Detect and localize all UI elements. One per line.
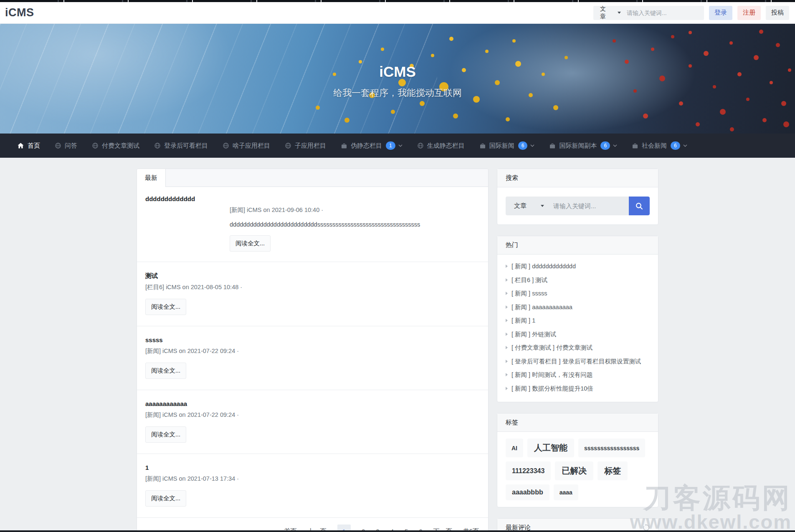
hot-item-text: [ 栏目6 ] 测试 [511, 273, 547, 287]
globe-icon [223, 143, 229, 149]
hot-list-item[interactable]: [ 新闻 ] 时间测试，有没有问题 [506, 368, 650, 382]
triangle-bullet-icon [506, 333, 508, 336]
nav-item-intl-news[interactable]: 国际新闻 6 [472, 134, 542, 158]
chevron-down-icon [613, 144, 617, 147]
hot-item-text: [ 新闻 ] 1 [511, 314, 535, 328]
sidebar-search-category-select[interactable]: 文章 [506, 202, 544, 210]
briefcase-icon [549, 143, 555, 149]
submit-post-button[interactable]: 投稿 [766, 6, 789, 20]
hot-list-item[interactable]: [ 新闻 ] 外链测试 [506, 328, 650, 341]
hot-list-item[interactable]: [ 新闻 ] aaaaaaaaaaaa [506, 300, 650, 314]
hot-item-text: [ 新闻 ] 外链测试 [511, 328, 556, 341]
read-more-button[interactable]: 阅读全文... [145, 363, 186, 379]
article-item: 测试 [栏目6] iCMS on 2021-08-05 10:48 · 阅读全文… [137, 262, 488, 326]
hot-list-item[interactable]: [ 登录后可看栏目 ] 登录后可看栏目权限设置测试 [506, 355, 650, 368]
search-category-select[interactable]: 文章 [600, 5, 621, 20]
article-title[interactable]: 测试 [145, 272, 158, 280]
nav-item-social-news[interactable]: 社会新闻 6 [625, 134, 695, 158]
triangle-bullet-icon [506, 319, 508, 322]
triangle-bullet-icon [506, 292, 508, 295]
search-category-value: 文章 [600, 5, 606, 20]
nav-item-login-required[interactable]: 登录后可看栏目 [147, 134, 215, 158]
caret-down-icon [618, 12, 621, 14]
hero-title: iCMS [379, 63, 416, 80]
tab-latest[interactable]: 最新 [137, 169, 166, 187]
read-more-button[interactable]: 阅读全文... [145, 426, 186, 443]
globe-icon [55, 143, 61, 149]
sidebar-hot-title: 热门 [506, 241, 518, 249]
sidebar-search-input[interactable] [553, 202, 629, 209]
tag-chip[interactable]: AI [506, 439, 523, 457]
article-meta: [新闻] iCMS on 2021-07-13 17:34 · [145, 475, 480, 483]
chevron-down-icon [530, 144, 534, 147]
nav-label: 伪静态栏目 [351, 142, 382, 150]
read-more-button[interactable]: 阅读全文... [230, 235, 271, 252]
caret-down-icon [541, 205, 544, 207]
hot-item-text: [ 新闻 ] 时间测试，有没有问题 [511, 368, 592, 382]
hero-subtitle: 给我一套程序，我能搅动互联网 [333, 87, 462, 99]
triangle-bullet-icon [506, 360, 508, 363]
hot-item-text: [ 新闻 ] aaaaaaaaaaaa [511, 300, 572, 314]
tag-chip[interactable]: 人工智能 [527, 439, 574, 457]
tag-chip[interactable]: 已解决 [555, 461, 593, 480]
article-title[interactable]: aaaaaaaaaaaa [145, 400, 187, 407]
nav-item-rewrite-column[interactable]: 伪静态栏目 1 [334, 134, 410, 158]
article-list-card: 最新 ddddddddddddd [新闻] iCMS on 2021-09-06… [137, 169, 489, 532]
nav-label: 登录后可看栏目 [164, 142, 208, 150]
hot-list-item[interactable]: [ 新闻 ] ddddddddddddd [506, 260, 650, 273]
article-excerpt: ddddddddddddddddddddddddddssssssssssssss… [230, 221, 480, 228]
chevron-down-icon [398, 144, 403, 147]
article-item: 1 [新闻] iCMS on 2021-07-13 17:34 · 阅读全文..… [137, 454, 488, 518]
article-meta: [新闻] iCMS on 2021-09-06 10:40 · [230, 206, 480, 214]
sidebar-search-button[interactable] [629, 197, 650, 215]
sidebar-search-card: 搜索 文章 [497, 169, 658, 225]
article-title[interactable]: sssss [145, 336, 163, 343]
hot-list-item[interactable]: [ 新闻 ] 1 [506, 314, 650, 328]
sidebar-search-title: 搜索 [506, 174, 518, 182]
register-button[interactable]: 注册 [737, 6, 761, 20]
nav-label: 问答 [65, 142, 77, 150]
article-meta: [新闻] iCMS on 2021-07-22 09:24 · [145, 347, 480, 355]
hot-list-item[interactable]: [ 付费文章测试 ] 付费文章测试 [506, 341, 650, 355]
article-meta: [栏目6] iCMS on 2021-08-05 10:48 · [145, 283, 480, 291]
briefcase-icon [632, 143, 638, 149]
nav-label: 国际新闻 [489, 142, 514, 150]
hot-list-item[interactable]: [ 新闻 ] 数据分析性能提升10倍 [506, 382, 650, 396]
nav-item-qa[interactable]: 问答 [48, 134, 85, 158]
hot-item-text: [ 付费文章测试 ] 付费文章测试 [511, 341, 592, 355]
window-top-edge [0, 0, 795, 2]
nav-count-badge: 6 [518, 141, 528, 150]
search-input[interactable] [627, 10, 702, 16]
header-search: 文章 [593, 6, 704, 20]
nav-item-paid-article-test[interactable]: 付费文章测试 [85, 134, 147, 158]
nav-label: 国际新闻副本 [559, 142, 597, 150]
sidebar-search-bar: 文章 [506, 197, 650, 215]
login-button[interactable]: 登录 [709, 6, 732, 20]
briefcase-icon [341, 143, 347, 149]
nav-item-app-column[interactable]: 啥子应用栏目 [215, 134, 278, 158]
article-title[interactable]: ddddddddddddd [145, 195, 195, 202]
site-logo[interactable]: iCMS [5, 6, 34, 19]
tag-chip[interactable]: 标签 [598, 461, 628, 480]
article-title[interactable]: 1 [145, 464, 149, 471]
article-item: sssss [新闻] iCMS on 2021-07-22 09:24 · 阅读… [137, 326, 488, 390]
hot-list-item[interactable]: [ 新闻 ] sssss [506, 287, 650, 300]
hot-item-text: [ 新闻 ] sssss [511, 287, 547, 300]
tag-chip[interactable]: aaaabbbb [506, 484, 549, 500]
top-header: iCMS 文章 登录 注册 投稿 [0, 2, 795, 24]
nav-label: 付费文章测试 [102, 142, 139, 150]
hot-list-item[interactable]: [ 栏目6 ] 测试 [506, 273, 650, 287]
tag-chip[interactable]: sssssssssssssssss [578, 439, 645, 457]
tag-chip[interactable]: 111223343 [506, 461, 551, 480]
nav-item-home[interactable]: 首页 [10, 134, 48, 158]
window-bottom-edge [0, 530, 795, 532]
nav-item-static-column[interactable]: 生成静态栏目 [410, 134, 472, 158]
nav-item-intl-news-copy[interactable]: 国际新闻副本 6 [542, 134, 625, 158]
globe-icon [154, 143, 160, 149]
globe-icon [418, 143, 423, 149]
read-more-button[interactable]: 阅读全文... [145, 299, 186, 315]
hot-item-text: [ 新闻 ] 数据分析性能提升10倍 [511, 382, 593, 396]
tag-chip[interactable]: aaaa [554, 484, 578, 500]
read-more-button[interactable]: 阅读全文... [145, 490, 186, 507]
nav-item-sub-app-column[interactable]: 子应用栏目 [278, 134, 334, 158]
